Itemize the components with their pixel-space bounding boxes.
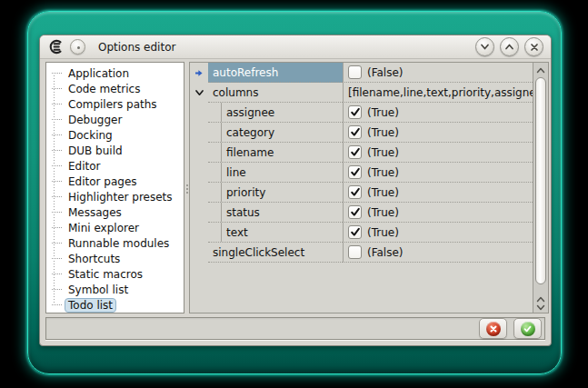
sidebar-category-item[interactable]: Editor pages <box>46 174 184 189</box>
vertical-scrollbar[interactable] <box>533 63 548 313</box>
tree-branch-line <box>52 258 62 259</box>
sidebar-category-item[interactable]: Debugger <box>46 112 184 127</box>
property-row[interactable]: columns [filename,line,text,priority,ass… <box>190 83 533 103</box>
property-value-cell[interactable]: (True) <box>343 183 533 203</box>
property-value-cell[interactable]: (True) <box>343 123 533 143</box>
sidebar-category-item[interactable]: Mini explorer <box>46 220 184 235</box>
property-name-cell[interactable]: singleClickSelect <box>208 243 343 263</box>
checkbox[interactable] <box>348 65 362 79</box>
property-name-cell[interactable]: columns <box>208 83 343 103</box>
sidebar-category-item[interactable]: Application <box>46 65 184 81</box>
property-value-cell[interactable]: (True) <box>343 143 533 163</box>
checkbox[interactable] <box>348 245 362 259</box>
property-value-cell[interactable]: [filename,line,text,priority,assigne <box>343 83 533 103</box>
sidebar-category-item[interactable]: Static macros <box>46 266 184 282</box>
tree-indent-line <box>208 123 222 142</box>
cancel-button[interactable] <box>479 318 507 339</box>
property-value-cell[interactable]: (True) <box>343 203 533 223</box>
row-gutter <box>190 243 208 263</box>
close-button[interactable] <box>524 37 543 56</box>
sidebar-category-label: Messages <box>65 205 125 220</box>
checkbox[interactable] <box>348 105 362 119</box>
property-row[interactable]: priority (True) <box>190 183 533 203</box>
checkbox[interactable] <box>348 125 362 139</box>
maximize-button[interactable] <box>500 37 519 56</box>
window-menu-dot-icon <box>77 46 80 49</box>
sidebar-category-item[interactable]: Todo list <box>46 297 184 313</box>
tree-indent-line <box>208 143 222 162</box>
checkbox[interactable] <box>348 165 362 179</box>
checkmark-icon <box>350 147 361 157</box>
property-name: status <box>226 206 260 219</box>
dialog-content: Application Code metrics Compilers paths… <box>40 59 551 313</box>
property-row[interactable]: singleClickSelect (False) <box>190 243 533 263</box>
property-row[interactable]: category (True) <box>190 123 533 143</box>
property-rows: autoRefresh (False) <box>190 63 533 313</box>
property-value-cell[interactable]: (True) <box>343 223 533 243</box>
property-value: [filename,line,text,priority,assigne <box>348 86 533 99</box>
sidebar-category-item[interactable]: Highlighter presets <box>46 189 184 204</box>
checkbox[interactable] <box>348 225 362 239</box>
sidebar-category-item[interactable]: Runnable modules <box>46 235 184 251</box>
checkbox[interactable] <box>348 205 362 219</box>
property-name-cell[interactable]: assignee <box>208 103 343 123</box>
property-value-cell[interactable]: (False) <box>343 243 533 263</box>
sidebar-category-label: Compilers paths <box>65 97 161 112</box>
checkbox[interactable] <box>348 145 362 159</box>
property-row[interactable]: status (True) <box>190 203 533 223</box>
sidebar-category-label: Shortcuts <box>65 252 124 266</box>
row-gutter <box>190 163 208 183</box>
property-name-cell[interactable]: autoRefresh <box>208 63 343 83</box>
chevron-up-icon[interactable] <box>536 296 545 303</box>
property-name-cell[interactable]: priority <box>208 183 343 203</box>
window-title: Options editor <box>98 41 470 54</box>
property-row[interactable]: text (True) <box>190 223 533 243</box>
property-row[interactable]: filename (True) <box>190 143 533 163</box>
window-frame: Options editor Application <box>27 11 562 374</box>
property-name: filename <box>226 146 274 159</box>
scrollbar-thumb[interactable] <box>535 77 546 284</box>
sidebar-category-item[interactable]: Symbol list <box>46 282 184 297</box>
sidebar-category-item[interactable]: Code metrics <box>46 81 184 96</box>
expand-chevron-icon[interactable] <box>194 88 204 97</box>
property-row[interactable]: line (True) <box>190 163 533 183</box>
window-menu-button[interactable] <box>70 39 85 55</box>
sidebar-category-item[interactable]: Messages <box>46 204 184 220</box>
property-row[interactable]: assignee (True) <box>190 103 533 123</box>
property-name-cell[interactable]: category <box>208 123 343 143</box>
sidebar-category-label: Docking <box>65 128 116 143</box>
scroll-up-button[interactable] <box>533 65 548 75</box>
property-name: priority <box>226 186 265 199</box>
checkmark-icon <box>350 207 361 217</box>
minimize-button[interactable] <box>475 37 494 56</box>
property-value: (True) <box>367 166 399 179</box>
property-row[interactable]: autoRefresh (False) <box>190 63 533 83</box>
tree-branch-line <box>52 104 62 104</box>
row-gutter <box>190 183 208 203</box>
sidebar-category-item[interactable]: Editor <box>46 158 184 174</box>
checkbox[interactable] <box>348 185 362 199</box>
sidebar-category-item[interactable]: DUB build <box>46 143 184 158</box>
sidebar-category-item[interactable]: Shortcuts <box>46 251 184 266</box>
property-name-cell[interactable]: line <box>208 163 343 183</box>
chevron-up-icon <box>504 43 514 51</box>
property-name-cell[interactable]: text <box>208 223 343 243</box>
sidebar-category-item[interactable]: Docking <box>46 127 184 143</box>
tree-indent-line <box>208 183 222 202</box>
tree-indent-line <box>208 223 222 242</box>
tree-branch-line <box>52 150 62 151</box>
chevron-down-icon[interactable] <box>536 304 545 311</box>
window-controls <box>475 37 543 56</box>
property-value-cell[interactable]: (True) <box>343 163 533 183</box>
categories-sidebar[interactable]: Application Code metrics Compilers paths… <box>45 62 184 313</box>
title-bar[interactable]: Options editor <box>40 35 551 59</box>
property-value-cell[interactable]: (True) <box>343 103 533 123</box>
ok-button[interactable] <box>513 318 542 339</box>
property-name-cell[interactable]: status <box>208 203 343 223</box>
tree-indent-line <box>208 103 222 122</box>
property-name-cell[interactable]: filename <box>208 143 343 163</box>
property-name: category <box>226 126 274 139</box>
sidebar-category-item[interactable]: Compilers paths <box>46 96 184 112</box>
property-value: (True) <box>367 186 399 199</box>
property-value-cell[interactable]: (False) <box>343 63 533 83</box>
